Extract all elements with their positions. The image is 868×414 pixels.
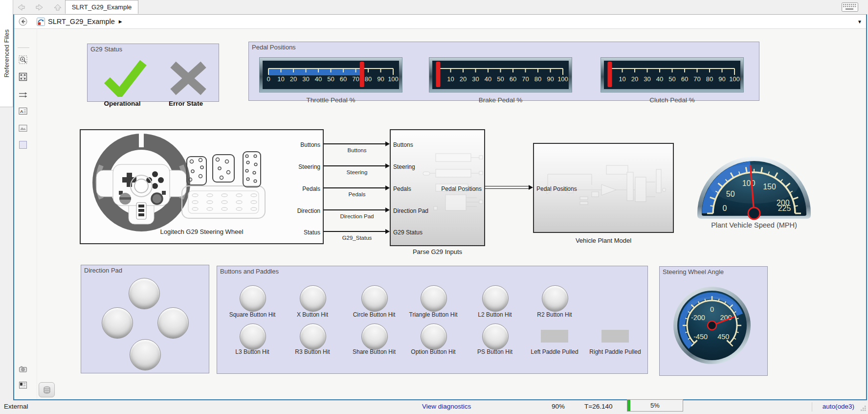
svg-text:70: 70 <box>522 75 529 83</box>
clutch-gauge[interactable]: 0102030405060708090100 <box>601 57 744 92</box>
buttons-paddles-title: Buttons and Paddles <box>220 268 279 275</box>
speed-gauge[interactable]: 050100150200225 <box>693 152 815 220</box>
signal-arrowhead <box>385 141 390 146</box>
lamp-option-button[interactable] <box>421 323 447 350</box>
resize-grip[interactable] <box>860 405 867 412</box>
lamp-left-paddle[interactable] <box>541 330 568 343</box>
parse-block-label: Parse G29 Inputs <box>390 248 485 255</box>
lamp-l2-button[interactable] <box>482 285 509 312</box>
signal-line-pedals[interactable] <box>324 187 386 188</box>
lamp-right-paddle[interactable] <box>601 330 629 343</box>
svg-text:80: 80 <box>534 75 541 83</box>
lamp-r2-button[interactable] <box>542 285 568 312</box>
keyboard-icon[interactable] <box>842 2 858 12</box>
back-arrow-button[interactable] <box>16 2 26 12</box>
lamp-circle-button[interactable] <box>361 285 388 312</box>
steering-gauge[interactable]: -450-2000200450 <box>666 279 758 372</box>
svg-text:70: 70 <box>693 75 700 83</box>
throttle-gauge-label: Throttle Pedal % <box>259 96 402 104</box>
plant-block-label: Vehicle Plant Model <box>533 237 674 244</box>
model-tab-label: SLRT_G29_Example <box>72 3 132 11</box>
lamp-x-button[interactable] <box>300 285 326 312</box>
model-editor: SLRT_G29_Example ▶ ▼ <box>13 14 867 400</box>
lamp-dpad-right[interactable] <box>157 307 189 339</box>
svg-text:0: 0 <box>723 204 727 212</box>
lamp-share-button[interactable] <box>361 323 388 350</box>
svg-text:10: 10 <box>447 75 454 83</box>
direction-pad-title: Direction Pad <box>84 267 122 274</box>
svg-text:60: 60 <box>340 75 347 83</box>
outport-pedal-positions: Pedal Positions <box>441 185 482 193</box>
buttons-paddles-panel: Buttons and Paddles Square Button Hit X … <box>217 266 648 374</box>
svg-text:A: A <box>20 109 23 114</box>
lamp-ps-button[interactable] <box>482 323 509 350</box>
screenshot-camera-icon[interactable] <box>18 364 28 374</box>
signal-label-buttons: Buttons <box>323 147 391 153</box>
sim-mode-label: External <box>4 400 28 413</box>
solver-link[interactable]: auto(ode3) <box>823 400 854 413</box>
image-icon[interactable] <box>18 123 28 133</box>
lamp-dpad-left[interactable] <box>102 307 133 339</box>
breadcrumb-caret-icon[interactable]: ▶ <box>119 19 122 24</box>
lamp-l3-button[interactable] <box>240 323 266 350</box>
zoom-region-icon[interactable] <box>18 55 28 65</box>
lamp-triangle-button[interactable] <box>421 285 447 312</box>
inport-steering: Steering <box>393 163 415 171</box>
database-icon <box>43 386 51 394</box>
model-canvas[interactable]: G29 Status Operational Error State Pedal… <box>37 28 866 399</box>
status-cross-icon[interactable] <box>165 59 211 97</box>
lamp-r3-button[interactable] <box>300 323 326 350</box>
vehicle-plant-model-block[interactable]: Pedal Positions <box>533 143 674 233</box>
svg-text:20: 20 <box>460 75 467 83</box>
sim-time: T=26.140 <box>584 400 612 413</box>
wheel-block-label: Logitech G29 Steering Wheel <box>81 228 323 235</box>
lamp-dpad-down[interactable] <box>130 339 161 370</box>
forward-arrow-button[interactable] <box>34 2 45 12</box>
brake-gauge[interactable]: 0102030405060708090100 <box>429 57 572 92</box>
svg-text:225: 225 <box>778 204 791 212</box>
port-steering: Steering <box>298 163 320 171</box>
lamp-label: R2 Button Hit <box>518 311 591 318</box>
direction-pad-panel: Direction Pad <box>81 265 209 373</box>
svg-text:40: 40 <box>656 75 663 83</box>
svg-text:80: 80 <box>706 75 713 83</box>
signal-line-direction[interactable] <box>324 209 386 210</box>
signal-line-steering[interactable] <box>324 165 386 166</box>
status-check-icon[interactable] <box>101 59 148 97</box>
breadcrumb-dropdown-icon[interactable]: ▼ <box>857 19 862 24</box>
signal-line-status[interactable] <box>324 231 386 232</box>
g29-wheel-image <box>82 131 316 236</box>
inport-pedal-positions: Pedal Positions <box>536 185 577 193</box>
svg-text:10: 10 <box>277 75 284 83</box>
g29-wheel-block[interactable]: Logitech G29 Steering Wheel Buttons Stee… <box>80 129 324 244</box>
signal-arrowhead <box>385 163 390 168</box>
signal-label-pedals: Pedals <box>323 191 391 197</box>
area-box-icon[interactable] <box>18 140 28 150</box>
parse-g29-inputs-block[interactable]: Buttons Steering Pedals Direction Pad G2… <box>390 129 485 246</box>
route-signals-icon[interactable] <box>18 90 28 100</box>
statusbar-divider <box>812 402 812 412</box>
up-arrow-button[interactable] <box>52 2 63 12</box>
data-inspector-button[interactable] <box>39 382 55 397</box>
signal-line-buttons[interactable] <box>324 143 386 144</box>
view-diagnostics-link[interactable]: View diagnostics <box>422 400 471 413</box>
throttle-gauge[interactable]: 0102030405060708090100 <box>259 57 402 92</box>
inport-direction-pad: Direction Pad <box>393 207 428 215</box>
svg-text:90: 90 <box>377 75 384 83</box>
referenced-files-label: Referenced Files <box>3 29 10 77</box>
annotation-icon[interactable]: A <box>18 106 28 116</box>
g29-status-panel: G29 Status <box>87 44 219 102</box>
fit-to-view-icon[interactable] <box>18 72 28 82</box>
model-tab[interactable]: SLRT_G29_Example <box>65 0 138 14</box>
bus-line[interactable] <box>485 186 529 187</box>
lamp-square-button[interactable] <box>240 285 266 312</box>
brake-gauge-label: Brake Pedal % <box>429 96 572 104</box>
referenced-files-tab[interactable]: Referenced Files <box>0 0 13 107</box>
lamp-dpad-up[interactable] <box>129 278 160 309</box>
breadcrumb-model-name[interactable]: SLRT_G29_Example <box>48 18 115 25</box>
viewmarks-icon[interactable] <box>18 380 28 390</box>
signal-arrowhead <box>385 207 390 212</box>
bus-arrowhead <box>529 185 533 190</box>
back-circle-icon[interactable] <box>18 17 28 26</box>
bus-line[interactable] <box>485 188 529 189</box>
